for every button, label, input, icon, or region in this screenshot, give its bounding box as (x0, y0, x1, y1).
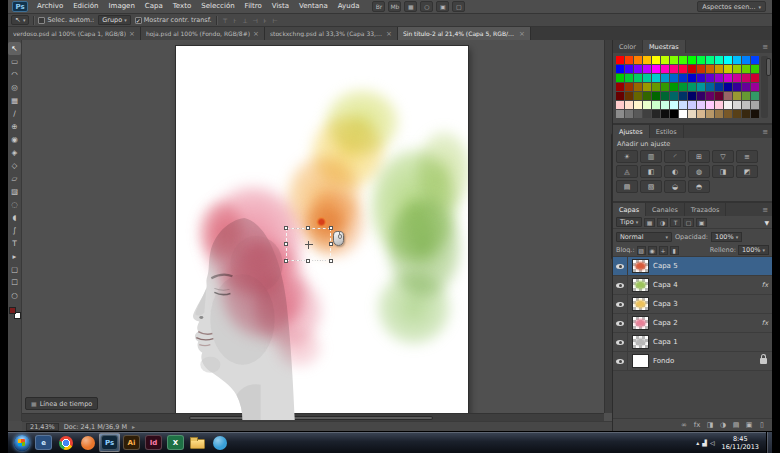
color-swatch[interactable] (616, 101, 624, 109)
color-swatch[interactable] (742, 101, 750, 109)
color-swatch[interactable] (661, 101, 669, 109)
tool-shape[interactable]: ▢ (8, 263, 21, 276)
color-swatch[interactable] (706, 74, 714, 82)
color-swatch[interactable] (625, 65, 633, 73)
menu-item-ayuda[interactable]: Ayuda (333, 0, 365, 13)
color-swatch[interactable] (661, 74, 669, 82)
chrome-taskbar-button[interactable] (55, 433, 76, 452)
layer-row[interactable]: Fondo (613, 352, 772, 371)
layer-name[interactable]: Capa 2 (653, 319, 678, 327)
color-swatch[interactable] (742, 83, 750, 91)
color-swatch[interactable] (688, 65, 696, 73)
color-swatch[interactable] (652, 92, 660, 100)
color-swatch[interactable] (706, 110, 714, 118)
color-swatch[interactable] (706, 101, 714, 109)
color-swatch[interactable] (670, 92, 678, 100)
color-swatch[interactable] (652, 65, 660, 73)
autoselect-group-dropdown[interactable]: Grupo ▾ (98, 15, 130, 25)
color-swatch[interactable] (724, 74, 732, 82)
layer-name[interactable]: Fondo (653, 357, 674, 365)
color-swatch[interactable] (733, 110, 741, 118)
adjustment-color-lookup-icon[interactable]: ◨ (712, 165, 734, 178)
color-swatch[interactable] (634, 101, 642, 109)
color-swatch[interactable] (724, 110, 732, 118)
transform-handle[interactable] (329, 226, 333, 230)
color-swatch[interactable] (661, 83, 669, 91)
filter-pixel-layers-icon[interactable]: ▦ (644, 218, 655, 227)
transform-handle[interactable] (284, 259, 288, 263)
menu-item-texto[interactable]: Texto (168, 0, 196, 13)
color-swatch[interactable] (715, 65, 723, 73)
lock-transparency-icon[interactable]: ▨ (637, 246, 646, 255)
show-transform-checkbox[interactable] (135, 17, 142, 24)
illustrator-taskbar-button[interactable]: Ai (121, 433, 142, 452)
tool-quick-selection[interactable]: ◎ (8, 81, 21, 94)
color-swatch[interactable] (652, 74, 660, 82)
tray-network-icon[interactable]: ▟ (702, 439, 707, 446)
layer-thumbnail[interactable] (632, 316, 649, 330)
tray-volume-icon[interactable]: ◁ (710, 439, 715, 446)
layer-visibility-toggle[interactable] (613, 352, 628, 370)
layer-row[interactable]: Capa 5 (613, 257, 772, 276)
panel-menu-icon[interactable]: ≡ (762, 40, 772, 53)
menu-item-archivo[interactable]: Archivo (32, 0, 68, 13)
menu-item-imagen[interactable]: Imagen (104, 0, 140, 13)
panel-tab-ajustes[interactable]: Ajustes (613, 125, 650, 138)
tool-eyedropper[interactable]: ∕ (8, 107, 21, 120)
zoom-level[interactable]: 21,43% (26, 423, 59, 431)
color-swatch[interactable] (670, 74, 678, 82)
fill-value[interactable]: 100% ▾ (738, 245, 769, 255)
arrange-documents-icon[interactable]: ▣ (436, 1, 449, 12)
menu-item-filtro[interactable]: Filtro (240, 0, 267, 13)
new-layer-icon[interactable]: ▣ (744, 421, 754, 429)
new-adjustment-layer-icon[interactable]: ◑ (718, 421, 728, 429)
foreground-color-chip[interactable] (9, 307, 16, 314)
panel-menu-icon[interactable]: ≡ (762, 203, 772, 216)
color-swatch[interactable] (616, 110, 624, 118)
transform-bounding-box[interactable] (286, 228, 331, 261)
add-layer-mask-icon[interactable]: ◨ (705, 421, 715, 429)
internet-explorer-taskbar-button[interactable]: e (33, 433, 54, 452)
color-swatch[interactable] (679, 110, 687, 118)
menu-item-vista[interactable]: Vista (267, 0, 294, 13)
color-swatch[interactable] (643, 83, 651, 91)
adjustment-vibrance-icon[interactable]: ▽ (712, 150, 734, 163)
panel-tab-capas[interactable]: Capas (613, 203, 646, 216)
layer-thumbnail[interactable] (632, 278, 649, 292)
color-swatch[interactable] (643, 65, 651, 73)
color-swatch[interactable] (697, 110, 705, 118)
transform-handle[interactable] (284, 226, 288, 230)
color-swatch[interactable] (625, 92, 633, 100)
color-swatch[interactable] (634, 74, 642, 82)
color-swatch[interactable] (634, 110, 642, 118)
bridge-icon[interactable]: Br (372, 1, 385, 12)
color-swatch[interactable] (733, 56, 741, 64)
adjustment-black-white-icon[interactable]: ◧ (640, 165, 662, 178)
explorer-folder-taskbar-button[interactable] (187, 433, 208, 452)
align-left-icon[interactable]: ⊣ (251, 17, 260, 24)
lock-position-icon[interactable]: + (659, 246, 668, 255)
color-swatch[interactable] (625, 56, 633, 64)
new-group-icon[interactable]: ▤ (731, 421, 741, 429)
color-swatch[interactable] (625, 83, 633, 91)
color-swatch[interactable] (616, 74, 624, 82)
close-icon[interactable]: × (386, 30, 392, 38)
tool-crop[interactable]: ▦ (8, 94, 21, 107)
color-swatch[interactable] (634, 92, 642, 100)
adjustment-posterize-icon[interactable]: ▤ (616, 180, 638, 193)
lock-pixels-icon[interactable]: ◉ (648, 246, 657, 255)
color-swatch[interactable] (751, 92, 759, 100)
color-swatch[interactable] (706, 92, 714, 100)
adjustment-invert-icon[interactable]: ◩ (736, 165, 758, 178)
layer-visibility-toggle[interactable] (613, 295, 628, 313)
tool-brush[interactable]: ◉ (8, 133, 21, 146)
color-swatch[interactable] (688, 92, 696, 100)
status-menu-arrow[interactable]: ▸ (132, 423, 135, 430)
color-swatch[interactable] (724, 92, 732, 100)
tool-zoom[interactable]: ○ (8, 289, 21, 302)
layer-visibility-toggle[interactable] (613, 314, 628, 332)
color-swatch[interactable] (724, 56, 732, 64)
timeline-panel[interactable]: ▦ Línea de tiempo (25, 397, 98, 410)
color-swatch[interactable] (652, 56, 660, 64)
tool-blur[interactable]: ◌ (8, 198, 21, 211)
